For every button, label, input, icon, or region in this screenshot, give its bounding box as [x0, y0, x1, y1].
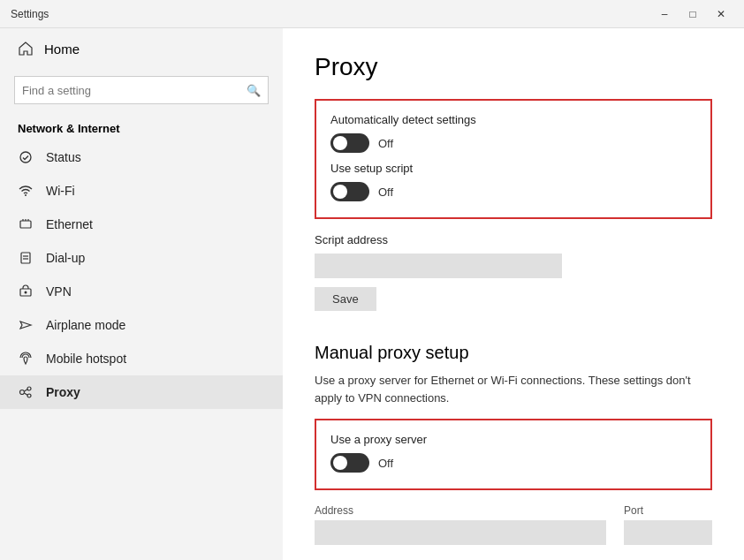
svg-point-12: [27, 387, 31, 390]
window-controls: – □ ✕: [652, 5, 733, 23]
wifi-label: Wi-Fi: [46, 184, 75, 198]
hotspot-icon: [18, 351, 34, 367]
main-content: Proxy Automatically detect settings Off …: [283, 28, 744, 560]
title-bar: Settings – □ ✕: [0, 0, 744, 28]
port-label: Port: [624, 504, 712, 517]
svg-point-11: [20, 390, 25, 395]
app-title: Settings: [11, 8, 49, 20]
auto-detect-toggle[interactable]: [330, 133, 369, 153]
save-button[interactable]: Save: [315, 287, 376, 311]
use-proxy-toggle[interactable]: [330, 453, 369, 473]
setup-script-toggle-row: Off: [330, 182, 696, 201]
svg-rect-6: [21, 253, 30, 263]
sidebar-item-proxy[interactable]: Proxy: [0, 375, 283, 409]
search-box[interactable]: 🔍: [14, 76, 269, 104]
airplane-label: Airplane mode: [46, 318, 125, 332]
page-title: Proxy: [315, 53, 712, 81]
ethernet-icon: [18, 216, 34, 232]
dialup-label: Dial-up: [46, 251, 85, 265]
vpn-label: VPN: [46, 284, 72, 299]
dialup-icon: [18, 250, 34, 266]
svg-point-0: [20, 152, 31, 163]
wifi-icon: [18, 183, 34, 199]
home-label: Home: [44, 42, 80, 57]
auto-detect-state: Off: [378, 137, 393, 150]
sidebar-item-ethernet[interactable]: Ethernet: [0, 208, 283, 241]
sidebar-item-status[interactable]: Status: [0, 140, 283, 174]
close-button[interactable]: ✕: [709, 5, 733, 23]
setup-script-toggle[interactable]: [330, 182, 369, 201]
address-group: Address: [315, 504, 606, 545]
home-icon: [18, 41, 34, 57]
svg-point-1: [25, 194, 27, 196]
hotspot-label: Mobile hotspot: [46, 352, 126, 366]
setup-script-state: Off: [378, 185, 393, 199]
manual-section-title: Manual proxy setup: [315, 343, 712, 363]
sidebar-item-home[interactable]: Home: [0, 28, 283, 69]
setup-script-label: Use setup script: [330, 162, 696, 175]
svg-point-10: [25, 291, 27, 294]
port-group: Port: [624, 504, 712, 545]
svg-point-13: [27, 394, 31, 397]
sidebar-item-hotspot[interactable]: Mobile hotspot: [0, 342, 283, 375]
address-port-row: Address Port: [315, 504, 712, 545]
address-input[interactable]: [315, 520, 606, 545]
search-input[interactable]: [22, 84, 247, 97]
sidebar-item-dialup[interactable]: Dial-up: [0, 241, 283, 275]
script-address-input[interactable]: [315, 254, 562, 278]
script-address-section: Script address Save: [315, 233, 712, 329]
address-label: Address: [315, 504, 606, 517]
use-proxy-label: Use a proxy server: [330, 433, 696, 446]
automatic-proxy-section: Automatically detect settings Off Use se…: [315, 99, 712, 219]
status-icon: [18, 149, 34, 165]
svg-line-15: [25, 393, 28, 395]
search-icon: 🔍: [247, 84, 261, 97]
use-proxy-toggle-row: Off: [330, 453, 696, 473]
proxy-icon: [18, 384, 34, 400]
sidebar: Home 🔍 Network & Internet Status: [0, 28, 283, 560]
svg-rect-2: [20, 221, 31, 228]
app-body: Home 🔍 Network & Internet Status: [0, 28, 744, 560]
sidebar-item-wifi[interactable]: Wi-Fi: [0, 174, 283, 208]
maximize-button[interactable]: □: [680, 5, 705, 23]
ethernet-label: Ethernet: [46, 217, 93, 231]
sidebar-item-airplane[interactable]: Airplane mode: [0, 308, 283, 342]
manual-section-desc: Use a proxy server for Ethernet or Wi-Fi…: [315, 372, 712, 406]
use-proxy-state: Off: [378, 457, 393, 470]
sidebar-item-vpn[interactable]: VPN: [0, 275, 283, 308]
port-input[interactable]: [624, 520, 712, 545]
vpn-icon: [18, 284, 34, 299]
use-proxy-section: Use a proxy server Off: [315, 419, 712, 490]
proxy-label: Proxy: [46, 385, 80, 399]
status-label: Status: [46, 150, 81, 164]
sidebar-section-label: Network & Internet: [0, 115, 283, 140]
minimize-button[interactable]: –: [652, 5, 677, 23]
script-address-label: Script address: [315, 233, 712, 246]
airplane-icon: [18, 317, 34, 333]
svg-line-14: [25, 390, 28, 391]
auto-detect-toggle-row: Off: [330, 133, 696, 153]
auto-detect-label: Automatically detect settings: [330, 113, 696, 126]
